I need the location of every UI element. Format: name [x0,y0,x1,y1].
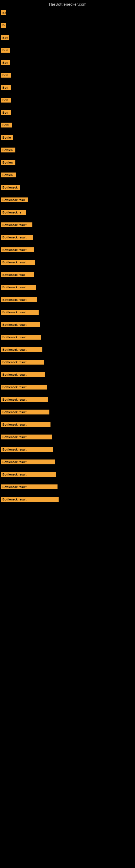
bar-label: Bottleneck result [1,435,52,439]
bar-row: Bott [0,73,135,78]
bar-row: Bottleneck [0,185,135,190]
bar-label: Bo [1,10,6,15]
bar-label: Bottleneck result [1,260,35,265]
bar-label: Bottleneck result [1,422,50,427]
bar-row: Bottl [0,123,135,127]
bar-row: Bottleneck result [0,297,135,302]
bar-row: Bottleneck result [0,497,135,502]
bar-label: Bottleneck result [1,222,32,227]
bar-row: Bottleneck resu [0,272,135,277]
bar-label: Bottleneck result [1,285,36,290]
bar-label: Bottleneck result [1,472,56,477]
bar-row: Bott [0,98,135,102]
bar-label: Bottleneck result [1,460,55,464]
bar-row: Bott [0,35,135,40]
bar-label: Bottleneck result [1,410,49,414]
bars-container: BoBoBottBottBottBottBottBottBottBottlBot… [0,8,135,512]
bar-label: Bott [1,85,11,90]
bar-row: Bottleneck result [0,285,135,290]
bar-label: Bottleneck result [1,447,53,452]
bar-label: Bott [1,35,9,40]
bar-row: Bottleneck result [0,235,135,240]
bar-row: Bottleneck result [0,372,135,377]
bar-row: Bottleneck result [0,435,135,439]
bar-label: Bottleneck result [1,384,47,390]
bar-label: Bottle [1,135,13,140]
bar-label: Bottleneck result [1,360,44,365]
bar-row: Bottleneck result [0,447,135,452]
bar-row: Bottleneck result [0,384,135,390]
bar-label: Bottleneck result [1,397,48,402]
bar-label: Bottleneck result [1,497,58,502]
bar-label: Bottleneck result [1,322,40,327]
bar-label: Bottleneck [1,185,20,190]
bar-label: Bottleneck result [1,485,57,489]
bar-row: Bottleneck result [0,247,135,252]
bar-label: Bott [1,48,10,53]
bar-row: Bottleneck result [0,360,135,365]
bar-row: Bottleneck re [0,210,135,215]
bar-row: Bottle [0,135,135,140]
site-title: TheBottlenecker.com [0,0,135,8]
bar-row: Bo [0,10,135,15]
bar-row: Bottleneck result [0,460,135,464]
bar-label: Bottleneck result [1,372,45,377]
bar-row: Bott [0,110,135,115]
bar-label: Bottleneck result [1,310,39,315]
bar-label: Bottl [1,123,12,127]
bar-row: Bottleneck result [0,310,135,315]
bar-label: Bott [1,110,11,115]
bar-row: Bott [0,60,135,65]
bar-label: Bottleneck result [1,235,33,240]
bar-label: Bottleneck result [1,335,41,340]
bar-row: Bottleneck resu [0,197,135,203]
bar-label: Bottleneck result [1,297,37,302]
bar-row: Bottleneck result [0,222,135,227]
bar-label: Bottlen [1,160,15,165]
bar-label: Bottleneck result [1,247,34,252]
bar-row: Bottleneck result [0,422,135,427]
bar-label: Bottlen [1,148,15,152]
bar-label: Bottleneck resu [1,197,28,203]
bar-label: Bott [1,98,11,102]
bar-row: Bottlen [0,148,135,152]
bar-row: Bottleneck result [0,347,135,352]
bar-label: Bo [1,23,6,28]
bar-row: Bo [0,23,135,28]
bar-row: Bott [0,48,135,53]
bar-label: Bottleneck re [1,210,26,215]
bar-row: Bottleneck result [0,472,135,477]
bar-row: Bottlen [0,160,135,165]
bar-row: Bottlen [0,173,135,177]
bar-label: Bottleneck resu [1,272,34,277]
bar-label: Bott [1,73,11,78]
bar-label: Bottlen [1,173,16,177]
bar-row: Bott [0,85,135,90]
bar-row: Bottleneck result [0,335,135,340]
bar-row: Bottleneck result [0,260,135,265]
bar-label: Bott [1,60,10,65]
bar-label: Bottleneck result [1,347,42,352]
bar-row: Bottleneck result [0,485,135,489]
bar-row: Bottleneck result [0,322,135,327]
bar-row: Bottleneck result [0,410,135,414]
bar-row: Bottleneck result [0,397,135,402]
